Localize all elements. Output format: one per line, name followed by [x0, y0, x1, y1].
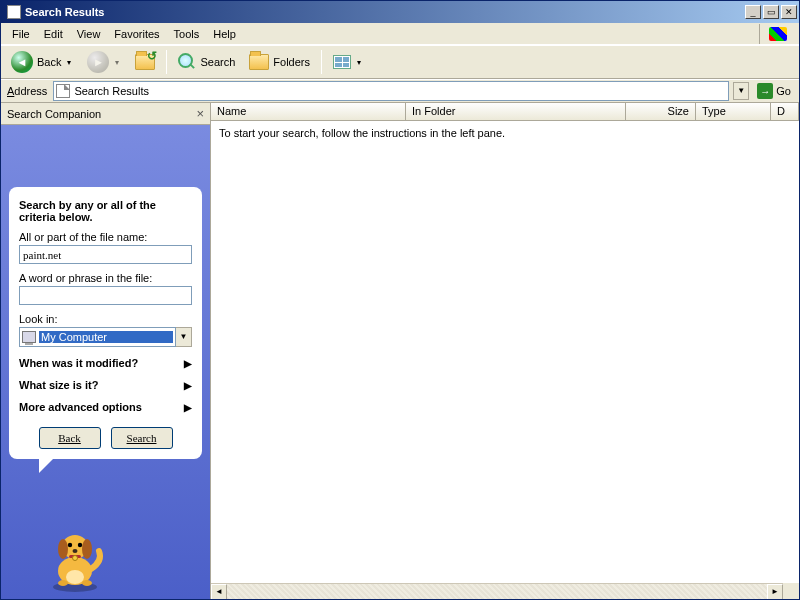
column-headers: Name In Folder Size Type D [211, 103, 799, 121]
up-button[interactable] [129, 50, 161, 74]
forward-button: ► ▾ [81, 47, 127, 77]
scroll-corner [783, 583, 799, 599]
expander-modified[interactable]: When was it modified? ▶ [19, 357, 192, 369]
views-button[interactable]: ▾ [327, 51, 369, 73]
expander-label: What size is it? [19, 379, 98, 391]
scroll-track[interactable] [227, 584, 767, 599]
search-icon [178, 53, 196, 71]
expander-size[interactable]: What size is it? ▶ [19, 379, 192, 391]
chevron-right-icon: ▶ [184, 402, 192, 413]
search-label: Search [200, 56, 235, 68]
svg-point-10 [73, 556, 78, 561]
empty-hint: To start your search, follow the instruc… [211, 121, 799, 145]
menu-help[interactable]: Help [206, 26, 243, 42]
address-label: Address [5, 85, 49, 97]
lookin-label: Look in: [19, 313, 192, 325]
back-arrow-icon: ◄ [11, 51, 33, 73]
maximize-button[interactable]: ▭ [763, 5, 779, 19]
go-arrow-icon: → [757, 83, 773, 99]
expander-label: When was it modified? [19, 357, 138, 369]
views-dropdown-icon[interactable]: ▾ [355, 58, 363, 67]
minimize-button[interactable]: _ [745, 5, 761, 19]
phrase-input[interactable] [19, 286, 192, 305]
throbber [759, 24, 795, 44]
scroll-right-button[interactable]: ► [767, 584, 783, 600]
svg-point-6 [78, 543, 82, 547]
filename-label: All or part of the file name: [19, 231, 192, 243]
go-label: Go [776, 85, 791, 97]
folders-icon [249, 54, 269, 70]
search-dog-icon [39, 521, 111, 593]
svg-point-8 [66, 570, 84, 584]
address-value: Search Results [74, 85, 149, 97]
chevron-right-icon: ▶ [184, 358, 192, 369]
computer-icon [22, 331, 36, 343]
filename-input[interactable] [19, 245, 192, 264]
views-icon [333, 55, 351, 69]
lookin-select[interactable]: My Computer [19, 327, 176, 347]
results-area: Name In Folder Size Type D To start your… [211, 103, 799, 599]
expander-advanced[interactable]: More advanced options ▶ [19, 401, 192, 413]
folders-label: Folders [273, 56, 310, 68]
address-input[interactable]: Search Results [53, 81, 729, 101]
window-icon [7, 5, 21, 19]
column-type[interactable]: Type [696, 103, 771, 120]
column-size[interactable]: Size [626, 103, 696, 120]
main-area: Search Companion × Search by any or all … [1, 103, 799, 599]
column-name[interactable]: Name [211, 103, 406, 120]
address-dropdown-button[interactable]: ▼ [733, 82, 749, 100]
menu-favorites[interactable]: Favorites [107, 26, 166, 42]
pane-body: Search by any or all of the criteria bel… [1, 125, 210, 599]
column-in-folder[interactable]: In Folder [406, 103, 626, 120]
lookin-value: My Computer [39, 331, 173, 343]
forward-dropdown-icon: ▾ [113, 58, 121, 67]
back-dropdown-icon[interactable]: ▾ [65, 58, 73, 67]
address-bar: Address Search Results ▼ → Go [1, 79, 799, 103]
svg-point-12 [82, 580, 92, 586]
toolbar: ◄ Back ▾ ► ▾ Search Folders ▾ [1, 45, 799, 79]
document-icon [56, 84, 70, 98]
svg-point-3 [58, 539, 68, 559]
back-form-button[interactable]: Back [39, 427, 101, 449]
folder-up-icon [135, 54, 155, 70]
menu-view[interactable]: View [70, 26, 108, 42]
phrase-label: A word or phrase in the file: [19, 272, 192, 284]
pane-title: Search Companion [7, 108, 196, 120]
svg-point-4 [82, 539, 92, 559]
back-button[interactable]: ◄ Back ▾ [5, 47, 79, 77]
form-heading: Search by any or all of the criteria bel… [19, 199, 192, 223]
menu-tools[interactable]: Tools [167, 26, 207, 42]
separator [321, 50, 322, 74]
search-form-balloon: Search by any or all of the criteria bel… [9, 187, 202, 459]
window-title: Search Results [25, 6, 745, 18]
search-form-button[interactable]: Search [111, 427, 173, 449]
expander-label: More advanced options [19, 401, 142, 413]
menu-bar: File Edit View Favorites Tools Help [1, 23, 799, 45]
scroll-left-button[interactable]: ◄ [211, 584, 227, 600]
menu-file[interactable]: File [5, 26, 37, 42]
lookin-dropdown-button[interactable]: ▼ [176, 327, 192, 347]
title-bar: Search Results _ ▭ ✕ [1, 1, 799, 23]
horizontal-scrollbar[interactable]: ◄ ► [211, 583, 783, 599]
forward-arrow-icon: ► [87, 51, 109, 73]
search-button[interactable]: Search [172, 49, 241, 75]
svg-point-11 [58, 580, 68, 586]
svg-point-5 [68, 543, 72, 547]
pane-header: Search Companion × [1, 103, 210, 125]
chevron-right-icon: ▶ [184, 380, 192, 391]
pane-close-button[interactable]: × [196, 106, 204, 121]
search-companion-pane: Search Companion × Search by any or all … [1, 103, 211, 599]
go-button[interactable]: → Go [753, 82, 795, 100]
column-extra[interactable]: D [771, 103, 799, 120]
close-button[interactable]: ✕ [781, 5, 797, 19]
separator [166, 50, 167, 74]
windows-flag-icon [769, 27, 787, 41]
folders-button[interactable]: Folders [243, 50, 316, 74]
back-label: Back [37, 56, 61, 68]
menu-edit[interactable]: Edit [37, 26, 70, 42]
svg-point-7 [73, 549, 78, 553]
